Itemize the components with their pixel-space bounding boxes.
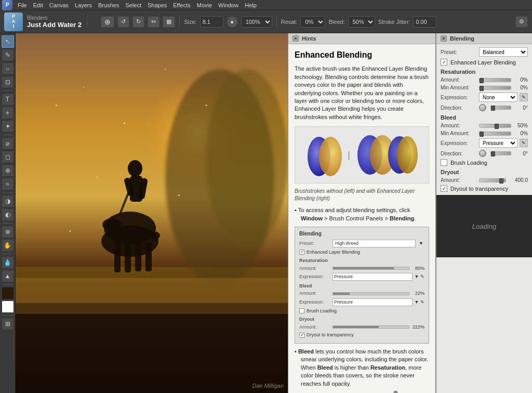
dryout-amount-label: Amount: — [441, 177, 477, 183]
resat-label: Resat: — [281, 19, 298, 25]
size-input[interactable] — [200, 16, 223, 28]
tool-eyedropper[interactable]: 💧 — [2, 256, 14, 269]
hints-close-btn[interactable]: × — [292, 35, 299, 42]
resat-direction-label: Direction: — [441, 105, 477, 111]
tool-arrow[interactable]: ↖ — [2, 35, 14, 48]
resat-expression-row: Expression: None ✎ — [441, 93, 528, 102]
enhanced-blending-checkbox[interactable]: ✓ — [441, 59, 447, 66]
resat-expression-edit-btn[interactable]: ✎ — [520, 93, 528, 101]
tool-eraser[interactable]: ◻ — [2, 151, 14, 163]
bleed-expression-edit-btn[interactable]: ✎ — [520, 139, 528, 147]
bleed-expression-label: Expression: — [441, 140, 477, 146]
resat-expression-select[interactable]: None — [479, 93, 517, 102]
blending-panel-title: Blending — [450, 35, 474, 42]
menu-brushes[interactable]: Brushes — [95, 0, 122, 10]
blending-close-btn[interactable]: × — [441, 35, 447, 42]
rotate-right-btn[interactable]: ↻ — [132, 16, 144, 28]
tool-crop[interactable]: ⊡ — [2, 76, 14, 88]
svg-point-25 — [128, 160, 142, 177]
menu-help[interactable]: Help — [242, 0, 260, 10]
menu-movie[interactable]: Movie — [194, 0, 215, 10]
jitter-input[interactable] — [413, 16, 436, 28]
svg-point-15 — [178, 194, 180, 196]
tool-layer[interactable]: ⊞ — [2, 318, 14, 330]
tool-text[interactable]: T — [2, 93, 14, 106]
tool-freehand[interactable]: ✎ — [2, 49, 14, 61]
bleed-direction-row: Direction: 0° — [441, 150, 528, 157]
bleed-direction-knob[interactable] — [479, 150, 486, 157]
resat-amount-slider[interactable] — [479, 78, 511, 82]
tool-clone[interactable]: ⊕ — [2, 164, 14, 177]
rotate-left-btn[interactable]: ↺ — [117, 16, 129, 28]
menu-layers[interactable]: Layers — [72, 0, 95, 10]
svg-point-4 — [206, 69, 288, 249]
menu-shapes[interactable]: Shapes — [144, 0, 170, 10]
tool-dodge[interactable]: ◑ — [2, 195, 14, 207]
tool-lasso[interactable]: ⌖ — [2, 107, 14, 119]
bleed-amount-slider[interactable] — [479, 124, 511, 128]
tool-hand[interactable]: ✋ — [2, 239, 14, 252]
tool-fill[interactable]: ▲ — [2, 270, 14, 282]
toolbar-controls: ⊕ ↺ ↻ ⇔ ▦ Size: ● 100% Resat: 0% Bleed: … — [101, 16, 436, 28]
tool-smear[interactable]: ≈ — [2, 178, 14, 190]
menu-effects[interactable]: Effects — [170, 0, 193, 10]
preset-label: Preset: — [441, 49, 477, 55]
tool-brush[interactable]: ⌀ — [2, 137, 14, 150]
app-icon: PAI — [4, 12, 23, 31]
bleed-min-label: Min Amount: — [441, 130, 477, 136]
svg-rect-23 — [108, 218, 112, 234]
hints-caption: Brushstrokes without (left) and with Enh… — [295, 188, 429, 202]
dryout-amount-slider[interactable] — [479, 178, 506, 182]
menu-window[interactable]: Window — [215, 0, 242, 10]
loading-area: Loading — [436, 195, 532, 257]
resat-expression-label: Expression: — [441, 95, 477, 100]
tool-magic-wand[interactable]: ✦ — [2, 120, 14, 133]
resat-min-val: 0% — [513, 85, 528, 90]
opacity-select[interactable]: 100% — [241, 16, 272, 28]
resat-select[interactable]: 0% — [300, 16, 325, 28]
menu-file[interactable]: File — [15, 0, 30, 10]
svg-rect-21 — [145, 242, 152, 271]
tool-burn[interactable]: ◐ — [2, 208, 14, 221]
menubar: P File Edit Canvas Layers Brushes Select… — [0, 0, 532, 10]
resat-direction-slider[interactable] — [490, 106, 511, 110]
bleed-direction-slider[interactable] — [490, 151, 511, 155]
app-title-block: Blenders Just Add Water 2 — [27, 15, 82, 29]
dryout-transparency-checkbox[interactable]: ✓ — [441, 185, 447, 192]
resat-direction-knob[interactable] — [479, 104, 486, 111]
bleed-select[interactable]: 50% — [348, 16, 375, 28]
main-layout: ↖ ✎ ○ ⊡ T ⌖ ✦ ⌀ ◻ ⊕ ≈ ◑ ◐ ⊕ ✋ 💧 ▲ ⊞ — [0, 33, 532, 393]
tool-shapes[interactable]: ○ — [2, 62, 14, 75]
left-toolbar: ↖ ✎ ○ ⊡ T ⌖ ✦ ⌀ ◻ ⊕ ≈ ◑ ◐ ⊕ ✋ 💧 ▲ ⊞ — [0, 33, 16, 393]
svg-rect-40 — [388, 390, 398, 393]
color-front[interactable] — [2, 287, 14, 299]
bleed-min-row: Min Amount: 0% — [441, 130, 528, 136]
menu-select[interactable]: Select — [122, 0, 144, 10]
bleed-min-slider[interactable] — [479, 132, 511, 136]
preset-row: Preset: Balanced — [441, 47, 528, 57]
dryout-header: Dryout — [441, 169, 528, 175]
svg-point-12 — [97, 177, 98, 178]
size-circle-btn[interactable]: ● — [227, 16, 238, 28]
settings-btn[interactable]: ⚙ — [515, 16, 528, 28]
resat-direction-val: 0° — [513, 105, 528, 111]
app-title: Just Add Water 2 — [27, 21, 82, 29]
tool-zoom[interactable]: ⊕ — [2, 226, 14, 238]
preset-select[interactable]: Balanced — [479, 47, 528, 57]
brush-selector-btn[interactable]: ⊕ — [101, 16, 114, 28]
dryout-amount-row: Amount: 400.0 — [441, 177, 528, 183]
color-back[interactable] — [2, 300, 14, 313]
mirror-btn[interactable]: ⇔ — [148, 16, 159, 28]
canvas-area[interactable]: Dan Milligan — [16, 33, 288, 393]
svg-point-8 — [83, 87, 84, 88]
bleed-expression-select[interactable]: Pressure — [479, 138, 517, 148]
bleed-amount-val: 50% — [513, 123, 528, 128]
grid-btn[interactable]: ▦ — [163, 16, 175, 28]
resat-min-slider[interactable] — [479, 86, 511, 90]
hints-bullet-1: To access and adjust blending settings, … — [295, 206, 429, 222]
brush-loading-checkbox[interactable] — [441, 159, 447, 166]
menu-canvas[interactable]: Canvas — [46, 0, 72, 10]
app-group-label: Blenders — [27, 15, 82, 21]
menu-edit[interactable]: Edit — [30, 0, 46, 10]
hints-bullet-2: Bleed lets you control how much the brus… — [295, 348, 429, 388]
